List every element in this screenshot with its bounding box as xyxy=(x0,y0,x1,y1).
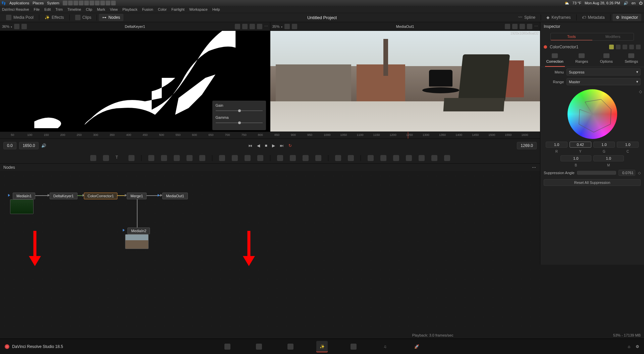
range-select[interactable]: Master▾ xyxy=(567,78,641,85)
loop-icon[interactable]: ↻ xyxy=(288,143,292,148)
fit-icon[interactable] xyxy=(284,24,290,29)
power-icon[interactable]: ⏻ xyxy=(639,1,643,5)
viewer-left[interactable]: Gain Gamma xyxy=(0,31,270,132)
val-r[interactable]: 1.0 xyxy=(546,142,568,148)
time-ruler[interactable]: 5010015020025030035040045050055060065070… xyxy=(0,132,540,139)
val-b[interactable]: 1.0 xyxy=(560,155,591,161)
blur-tool-icon[interactable] xyxy=(199,155,205,161)
play-icon[interactable]: ▶ xyxy=(272,143,275,148)
audio-icon[interactable]: 🔊 xyxy=(41,143,46,148)
tool-icon[interactable] xyxy=(148,155,154,161)
tool-icon[interactable] xyxy=(161,155,167,161)
grid-icon[interactable] xyxy=(520,24,525,29)
tool-icon[interactable] xyxy=(406,155,412,161)
menu-color[interactable]: Color xyxy=(158,7,167,11)
suppression-slider[interactable] xyxy=(577,171,616,175)
volume-icon[interactable]: 🔊 xyxy=(624,1,628,5)
val-m[interactable]: 1.0 xyxy=(593,155,624,161)
gain-gamma-panel[interactable]: Gain Gamma xyxy=(212,101,266,130)
rect-icon[interactable] xyxy=(505,24,510,29)
subtab-settings[interactable]: Settings xyxy=(623,52,639,67)
section-metadata[interactable]: 🏷Metadata xyxy=(579,14,608,21)
rect-icon[interactable] xyxy=(235,24,240,29)
step-back-icon[interactable]: ◀ xyxy=(257,143,260,148)
page-cut[interactable] xyxy=(253,341,265,352)
os-menu-places[interactable]: Places xyxy=(33,1,44,5)
tool-icon[interactable] xyxy=(103,155,109,161)
versions-icon[interactable] xyxy=(616,45,621,49)
particles-tool-icon[interactable] xyxy=(335,155,341,161)
keyframe-dot-icon[interactable] xyxy=(609,45,614,49)
tc-end[interactable]: 1650.0 xyxy=(19,142,39,149)
menu-mark[interactable]: Mark xyxy=(97,7,105,11)
node-mediain1[interactable]: MediaIn1 xyxy=(13,193,35,199)
os-lang[interactable]: en xyxy=(632,1,636,5)
menu-help[interactable]: Help xyxy=(212,7,220,11)
cube-tool-icon[interactable] xyxy=(419,155,425,161)
lock-icon[interactable] xyxy=(629,45,634,49)
menu-edit[interactable]: Edit xyxy=(44,7,51,11)
page-deliver[interactable]: 🚀 xyxy=(411,341,422,352)
brightness-tool-icon[interactable] xyxy=(186,155,193,161)
section-mediapool[interactable]: Media Pool xyxy=(3,13,37,21)
view-indicator-icon[interactable] xyxy=(123,229,125,232)
menu-playback[interactable]: Playback xyxy=(122,7,138,11)
viewer-right[interactable]: 1920x1080xfloat32 xyxy=(270,31,540,132)
view-indicator-icon[interactable] xyxy=(158,194,160,197)
hue-wheel[interactable] xyxy=(568,89,617,139)
os-menu-applications[interactable]: Applications xyxy=(9,1,29,5)
views-icon[interactable] xyxy=(242,24,248,29)
tab-tools[interactable]: Tools xyxy=(551,33,592,40)
tool-icon[interactable] xyxy=(348,155,354,161)
project-settings-icon[interactable]: ⚙ xyxy=(636,344,639,349)
reset-suppression-button[interactable]: Reset All Suppression xyxy=(544,179,641,186)
suppression-value[interactable]: 0.0761 xyxy=(619,170,635,176)
subtab-correction[interactable]: Correction xyxy=(545,52,565,67)
enable-dot-icon[interactable] xyxy=(544,45,547,49)
fit-icon[interactable] xyxy=(14,24,19,29)
home-icon[interactable]: ⌂ xyxy=(628,344,630,349)
node-mediain2[interactable]: MediaIn2 xyxy=(127,227,150,234)
section-inspector[interactable]: ⚙Inspector xyxy=(612,14,641,21)
more-icon[interactable]: ⋯ xyxy=(532,165,537,170)
val-g[interactable]: 1.0 xyxy=(593,142,615,148)
section-clips[interactable]: Clips xyxy=(72,13,95,21)
val-y[interactable]: 0.42 xyxy=(570,142,591,148)
tab-modifiers[interactable]: Modifiers xyxy=(592,33,634,40)
page-fairlight[interactable]: ♫ xyxy=(379,341,391,352)
tool-icon[interactable] xyxy=(431,155,437,161)
tc-start[interactable]: 0.0 xyxy=(3,142,16,149)
reset-icon[interactable] xyxy=(636,45,641,49)
menu-clip[interactable]: Clip xyxy=(86,7,92,11)
stop-icon[interactable]: ■ xyxy=(265,143,267,148)
node-merge1[interactable]: Merge1 xyxy=(127,193,147,199)
more-icon[interactable]: ⋯ xyxy=(534,24,538,29)
popout-icon[interactable] xyxy=(257,24,262,29)
keyframe-diamond-icon[interactable]: ◇ xyxy=(639,89,642,94)
tc-current[interactable]: 1269.0 xyxy=(517,142,537,149)
grid-icon[interactable] xyxy=(250,24,255,29)
zoom-icon[interactable] xyxy=(21,24,27,29)
zoom-right[interactable]: 35% xyxy=(272,24,282,29)
tool-icon[interactable] xyxy=(290,155,296,161)
page-edit[interactable] xyxy=(285,341,296,352)
menu-davinci[interactable]: DaVinci Resolve xyxy=(2,7,29,11)
gain-slider[interactable] xyxy=(216,109,263,113)
gamma-slider[interactable] xyxy=(216,121,263,125)
keyframe-diamond-icon[interactable]: ◇ xyxy=(638,171,641,175)
tool-icon[interactable] xyxy=(232,155,238,161)
zoom-icon[interactable] xyxy=(292,24,297,29)
node-graph[interactable]: MediaIn1 DeltaKeyer1 ColorCorrector1 Mer… xyxy=(0,171,540,346)
tool-icon[interactable] xyxy=(257,155,263,161)
goto-end-icon[interactable]: ⏭ xyxy=(280,143,284,148)
subtab-options[interactable]: Options xyxy=(599,52,614,67)
tool-icon[interactable] xyxy=(380,155,386,161)
subtab-ranges[interactable]: Ranges xyxy=(574,52,589,67)
node-colorcorrector1[interactable]: ColorCorrector1 xyxy=(84,193,117,199)
section-effects[interactable]: ✨Effects xyxy=(41,14,67,21)
menu-trim[interactable]: Trim xyxy=(55,7,63,11)
section-nodes[interactable]: ⊶Nodes xyxy=(99,14,123,21)
menu-select[interactable]: Suppress▾ xyxy=(567,68,641,75)
tool-icon[interactable] xyxy=(277,155,283,161)
page-media[interactable] xyxy=(222,341,233,352)
